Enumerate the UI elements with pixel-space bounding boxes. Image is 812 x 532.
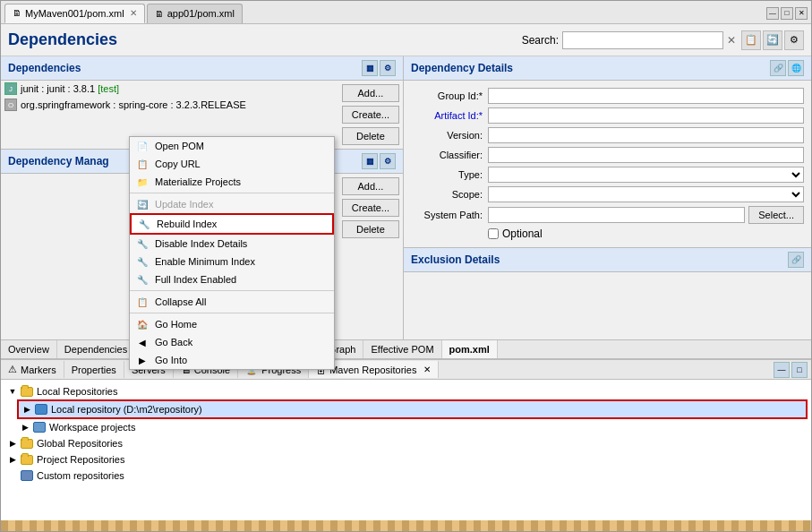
tree-global-repos[interactable]: ▶ Global Repositories <box>4 435 808 451</box>
tab-effective-pom[interactable]: Effective POM <box>363 340 441 358</box>
toolbar-icon-1[interactable]: 📋 <box>741 30 761 50</box>
ctx-rebuild-index[interactable]: 🔧 Rebuild Index <box>130 213 334 235</box>
maximize-button[interactable]: □ <box>781 7 793 20</box>
panel-icon-mgmt-settings[interactable]: ⚙ <box>380 153 396 169</box>
right-panel: Dependency Details 🔗 🌐 Group Id:* Artifa… <box>404 56 811 339</box>
mgmt-create-button[interactable]: Create... <box>342 199 399 217</box>
dep-item-spring[interactable]: O org.springframework : spring-core : 3.… <box>1 97 338 113</box>
ctx-go-into[interactable]: ▶ Go Into <box>130 351 334 369</box>
main-toolbar: Dependencies Search: ✕ 📋 🔄 ⚙ <box>1 24 811 56</box>
db-icon-workspace <box>32 421 47 433</box>
tab-pom-xml[interactable]: pom.xml <box>442 340 498 358</box>
group-id-input[interactable] <box>488 88 804 104</box>
bottom-minimize-icon[interactable]: — <box>774 362 790 378</box>
ctx-go-home[interactable]: 🏠 Go Home <box>130 315 334 333</box>
dep-item-junit[interactable]: J junit : junit : 3.8.1 [test] <box>1 81 338 97</box>
version-input[interactable] <box>488 127 804 143</box>
go-into-icon: ▶ <box>135 353 150 367</box>
expand-project-repos[interactable]: ▶ <box>8 455 17 464</box>
tree-project-repos[interactable]: ▶ Project Repositories <box>4 451 808 468</box>
tab-close-mymaven001[interactable]: ✕ <box>130 8 137 18</box>
scope-select[interactable] <box>488 186 804 202</box>
search-label: Search: <box>522 34 559 47</box>
window-controls: — □ ✕ <box>766 7 808 20</box>
db-icon-local-repo <box>34 403 48 416</box>
optional-label: Optional <box>502 227 543 240</box>
content-area: Dependencies ▦ ⚙ J junit : junit : 3.8.1… <box>1 56 811 339</box>
collapse-all-icon: 📋 <box>135 295 150 309</box>
create-button[interactable]: Create... <box>342 106 399 124</box>
tab-mymaven001[interactable]: 🗎 MyMaven001/pom.xml ✕ <box>4 4 145 23</box>
ctx-open-pom[interactable]: 📄 Open POM <box>130 137 334 155</box>
ctx-separator-1 <box>130 193 334 193</box>
disable-index-icon: 🔧 <box>135 236 150 251</box>
expand-local-repos[interactable]: ▼ <box>8 387 17 396</box>
tree-workspace-projects[interactable]: ▶ Workspace projects <box>17 419 808 435</box>
ctx-copy-url[interactable]: 📋 Copy URL <box>130 155 334 173</box>
ctx-materialize[interactable]: 📁 Materialize Projects <box>130 173 334 191</box>
optional-checkbox[interactable] <box>488 228 499 239</box>
mgmt-add-button[interactable]: Add... <box>342 177 399 195</box>
main-window: 🗎 MyMaven001/pom.xml ✕ 🗎 app01/pom.xml —… <box>0 0 812 532</box>
artifact-id-input[interactable] <box>488 107 804 124</box>
expand-workspace[interactable]: ▶ <box>21 423 30 432</box>
expand-global-repos[interactable]: ▶ <box>8 439 17 448</box>
artifact-id-label: Artifact Id:* <box>411 110 483 121</box>
panel-icon-bar[interactable]: ▦ <box>362 60 378 76</box>
type-select[interactable] <box>488 167 804 183</box>
type-label: Type: <box>411 169 483 180</box>
add-button[interactable]: Add... <box>342 84 399 102</box>
ctx-disable-index[interactable]: 🔧 Disable Index Details <box>130 235 334 253</box>
mgmt-delete-button[interactable]: Delete <box>342 220 399 238</box>
close-button[interactable]: ✕ <box>795 7 808 20</box>
expand-local-repo[interactable]: ▶ <box>22 405 31 414</box>
minimize-button[interactable]: — <box>766 7 779 20</box>
ctx-collapse-all[interactable]: 📋 Collapse All <box>130 293 334 311</box>
bottom-area: ⚠ Markers Properties Servers 🖥 Console ⏳… <box>1 359 811 520</box>
exclusion-icon[interactable]: 🔗 <box>788 252 804 268</box>
close-maven-tab-icon[interactable]: ✕ <box>423 365 431 374</box>
ctx-update-index[interactable]: 🔄 Update Index <box>130 195 334 213</box>
tree-local-repo[interactable]: ▶ Local repository (D:\m2\repository) <box>17 399 808 419</box>
ctx-go-back[interactable]: ◀ Go Back <box>130 333 334 351</box>
classifier-input[interactable] <box>488 147 804 163</box>
local-repo-label: Local repository (D:\m2\repository) <box>51 404 202 415</box>
ctx-full-index[interactable]: 🔧 Full Index Enabled <box>130 270 334 288</box>
toolbar-icon-3[interactable]: ⚙ <box>784 30 804 50</box>
tree-custom-repos[interactable]: ▶ Custom repositories <box>4 468 808 484</box>
search-clear-icon[interactable]: ✕ <box>727 34 736 47</box>
search-input[interactable] <box>562 31 723 49</box>
copy-url-icon: 📋 <box>135 157 150 171</box>
bottom-maximize-icon[interactable]: □ <box>791 362 808 378</box>
folder-icon-local <box>20 385 34 398</box>
tab-properties[interactable]: Properties <box>64 361 124 378</box>
local-repositories-label: Local Repositories <box>37 386 118 397</box>
tab-dependencies[interactable]: Dependencies <box>57 340 135 358</box>
panel-icon-mgmt-bar[interactable]: ▦ <box>362 153 378 169</box>
tab-overview[interactable]: Overview <box>1 340 57 358</box>
detail-icon-2[interactable]: 🌐 <box>788 60 804 76</box>
dep-action-buttons: Add... Create... Delete <box>338 81 403 149</box>
system-path-input[interactable] <box>488 207 745 223</box>
tab-app01[interactable]: 🗎 app01/pom.xml <box>147 4 243 23</box>
tree-local-repositories[interactable]: ▼ Local Repositories <box>4 383 808 399</box>
bottom-main-tabs: Overview Dependencies Dependency Hierarc… <box>1 339 811 359</box>
toolbar-icon-2[interactable]: 🔄 <box>763 30 782 50</box>
tab-markers[interactable]: ⚠ Markers <box>1 361 64 378</box>
enable-min-index-icon: 🔧 <box>135 254 150 269</box>
detail-icon-1[interactable]: 🔗 <box>770 60 786 76</box>
panel-icon-settings[interactable]: ⚙ <box>380 60 396 76</box>
folder-icon-global <box>20 437 34 450</box>
version-label: Version: <box>411 130 483 141</box>
repo-panel: ▼ Local Repositories ▶ Local repository … <box>1 380 811 520</box>
ctx-enable-min-index[interactable]: 🔧 Enable Minimum Index <box>130 253 334 270</box>
exclusion-header: Exclusion Details 🔗 <box>404 247 811 272</box>
dependencies-header: Dependencies ▦ ⚙ <box>1 56 403 81</box>
context-menu: 📄 Open POM 📋 Copy URL 📁 Materialize Proj… <box>129 136 335 370</box>
dep-mgmt-buttons: Add... Create... Delete <box>338 174 403 339</box>
update-index-icon: 🔄 <box>135 197 150 211</box>
delete-button[interactable]: Delete <box>342 127 399 145</box>
select-button[interactable]: Select... <box>748 206 804 224</box>
optional-row: Optional <box>411 227 804 240</box>
ctx-separator-2 <box>130 290 334 291</box>
